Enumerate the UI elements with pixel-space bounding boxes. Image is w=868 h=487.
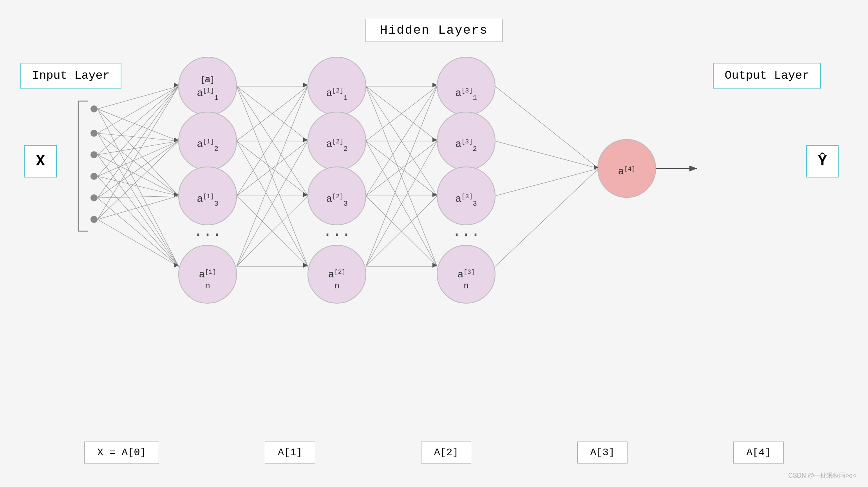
l3-noden: a[3] n [437, 245, 495, 303]
connections-l2-l3 [366, 86, 437, 266]
svg-line-16 [98, 86, 179, 176]
input-node-4 [90, 173, 98, 180]
input-node-1 [90, 105, 98, 112]
arrow-l2-n [303, 263, 308, 268]
l1-dots: ··· [193, 226, 222, 244]
l1-node2: a[1]2 [179, 112, 237, 170]
svg-line-63 [495, 168, 599, 266]
l3-dots: ··· [452, 226, 480, 244]
connections-input-l1 [98, 86, 179, 266]
l4-node: a[4] [598, 139, 656, 197]
l2-node3: a[2]3 [308, 167, 366, 225]
svg-line-60 [495, 86, 599, 168]
input-layer-label: Input Layer [20, 63, 121, 89]
svg-line-22 [98, 196, 179, 198]
l3-node3: a[3]3 [437, 167, 495, 225]
svg-text:n: n [334, 281, 339, 291]
svg-text:n: n [463, 281, 468, 291]
svg-line-15 [98, 155, 179, 266]
l1-noden: a[1] n [179, 245, 237, 303]
bottom-labels: X = A[0] A[1] A[2] A[3] A[4] [0, 442, 868, 463]
svg-line-62 [495, 168, 599, 196]
input-node-5 [90, 194, 98, 201]
y-hat-box: Ŷ [806, 145, 839, 177]
l3-node1: a[3]1 [437, 57, 495, 115]
input-bracket [78, 101, 88, 231]
svg-line-8 [98, 86, 179, 133]
svg-line-61 [495, 141, 599, 168]
connections-l3-l4 [495, 86, 599, 266]
svg-line-9 [98, 133, 179, 141]
svg-line-20 [98, 86, 179, 198]
svg-line-17 [98, 141, 179, 176]
main-container: a [1] a[1]1 a[1]2 a[1]3 ··· a[1] n a[2]1 [0, 0, 868, 487]
l3-node2: a[3]2 [437, 112, 495, 170]
l2-noden: a[2] n [308, 245, 366, 303]
svg-line-12 [98, 86, 179, 155]
svg-line-5 [98, 109, 179, 141]
svg-line-18 [98, 176, 179, 196]
bottom-label-2: A[2] [421, 442, 471, 463]
svg-line-23 [98, 198, 179, 266]
input-node-3 [90, 151, 98, 158]
bottom-label-1: A[1] [265, 442, 315, 463]
svg-text:n: n [205, 281, 210, 291]
l1-node3: a[1]3 [179, 167, 237, 225]
input-node-6 [90, 216, 98, 223]
input-node-2 [90, 130, 98, 137]
bottom-label-0: X = A[0] [84, 442, 159, 463]
bottom-label-4: A[4] [733, 442, 783, 463]
x-box: X [24, 145, 57, 177]
bottom-label-3: A[3] [577, 442, 627, 463]
l2-node1: a[2]1 [308, 57, 366, 115]
svg-point-84 [437, 57, 495, 115]
l2-dots: ··· [323, 226, 351, 244]
hidden-layers-label: Hidden Layers [365, 19, 503, 42]
svg-line-21 [98, 141, 179, 198]
svg-line-4 [98, 86, 179, 109]
svg-point-75 [308, 57, 366, 115]
svg-text:[1]: [1] [201, 76, 215, 85]
svg-point-64 [179, 57, 237, 115]
l2-node2: a[2]2 [308, 112, 366, 170]
connections-l1-l2 [237, 86, 308, 266]
l1-node1: a [1] a[1]1 [179, 57, 237, 115]
output-layer-label: Output Layer [713, 63, 821, 89]
svg-line-10 [98, 133, 179, 196]
arrow-l3-n [432, 263, 437, 268]
watermark: CSDN @一枕眠秋雨>o< [788, 472, 856, 480]
